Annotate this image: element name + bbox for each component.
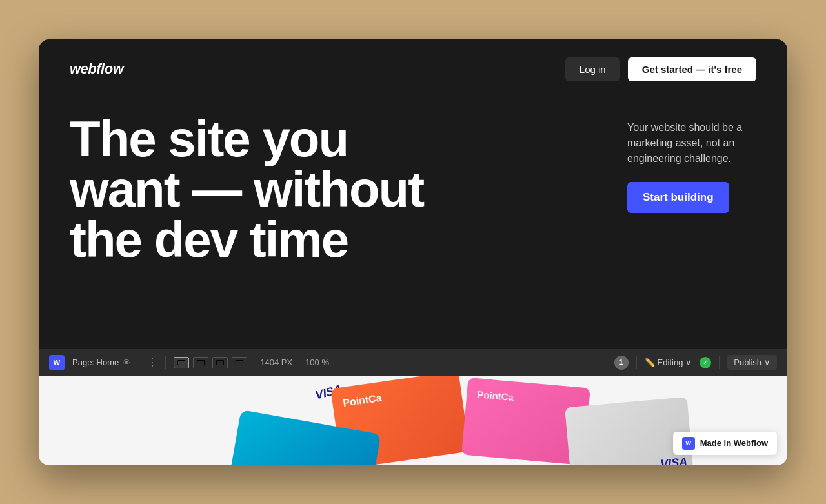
tablet-view-icon[interactable] bbox=[193, 357, 208, 368]
gray-card: VISA bbox=[565, 396, 694, 465]
made-in-webflow-label: Made in Webflow bbox=[700, 438, 768, 448]
desktop-icon-inner bbox=[177, 360, 185, 365]
user-avatar: 1 bbox=[614, 356, 629, 370]
page-label: Page: Home bbox=[72, 358, 119, 367]
screen-wrapper: webflow Log in Get started — it's free T… bbox=[39, 39, 787, 465]
webflow-page: webflow Log in Get started — it's free T… bbox=[39, 39, 787, 349]
tablet-icon-inner bbox=[197, 360, 205, 365]
made-in-webflow-logo: W bbox=[682, 437, 695, 450]
nav-actions: Log in Get started — it's free bbox=[565, 57, 756, 81]
hero-right: Your website should be a marketing asset… bbox=[627, 114, 756, 213]
editor-divider-2 bbox=[165, 356, 166, 369]
eye-icon[interactable]: 👁 bbox=[123, 358, 131, 367]
editor-divider-4 bbox=[719, 356, 720, 369]
get-started-button[interactable]: Get started — it's free bbox=[628, 57, 756, 81]
canvas-area: VISA W Made in Webflow bbox=[39, 376, 787, 465]
mobile-view-icon[interactable] bbox=[232, 357, 247, 368]
editor-page-info: Page: Home 👁 bbox=[72, 358, 131, 367]
editor-divider-1 bbox=[139, 356, 139, 369]
editing-mode[interactable]: ✏️ Editing ∨ bbox=[645, 358, 692, 367]
save-status-icon: ✓ bbox=[700, 357, 711, 368]
publish-label: Publish bbox=[734, 358, 761, 367]
zoom-info: 100 % bbox=[305, 358, 329, 367]
view-icons bbox=[174, 357, 247, 368]
laptop-icon-inner bbox=[216, 360, 224, 365]
more-options-icon[interactable]: ⋮ bbox=[147, 356, 157, 368]
mobile-icon-inner bbox=[236, 360, 243, 365]
hero-left: The site you want — without the dev time bbox=[70, 114, 601, 265]
nav: webflow Log in Get started — it's free bbox=[39, 39, 787, 81]
px-info: 1404 PX bbox=[260, 358, 292, 367]
logo: webflow bbox=[70, 61, 123, 77]
hero-subtext: Your website should be a marketing asset… bbox=[627, 120, 756, 166]
made-in-webflow-badge: W Made in Webflow bbox=[673, 432, 777, 455]
hero: The site you want — without the dev time… bbox=[39, 81, 787, 265]
publish-button[interactable]: Publish ∨ bbox=[727, 355, 777, 370]
login-button[interactable]: Log in bbox=[565, 57, 620, 81]
publish-chevron: ∨ bbox=[764, 358, 771, 367]
pencil-icon: ✏️ bbox=[645, 358, 655, 367]
editing-label: Editing bbox=[658, 358, 683, 367]
editor-bar: W Page: Home 👁 ⋮ 1404 PX 100 % 1 bbox=[39, 349, 787, 376]
svg-text:VISA: VISA bbox=[660, 455, 687, 465]
hero-headline: The site you want — without the dev time bbox=[70, 114, 470, 265]
desktop-view-icon[interactable] bbox=[174, 357, 189, 368]
editing-chevron: ∨ bbox=[685, 358, 692, 367]
start-building-button[interactable]: Start building bbox=[627, 182, 729, 213]
editor-divider-3 bbox=[636, 356, 637, 369]
editor-webflow-logo: W bbox=[49, 355, 65, 370]
laptop-view-icon[interactable] bbox=[212, 357, 228, 368]
